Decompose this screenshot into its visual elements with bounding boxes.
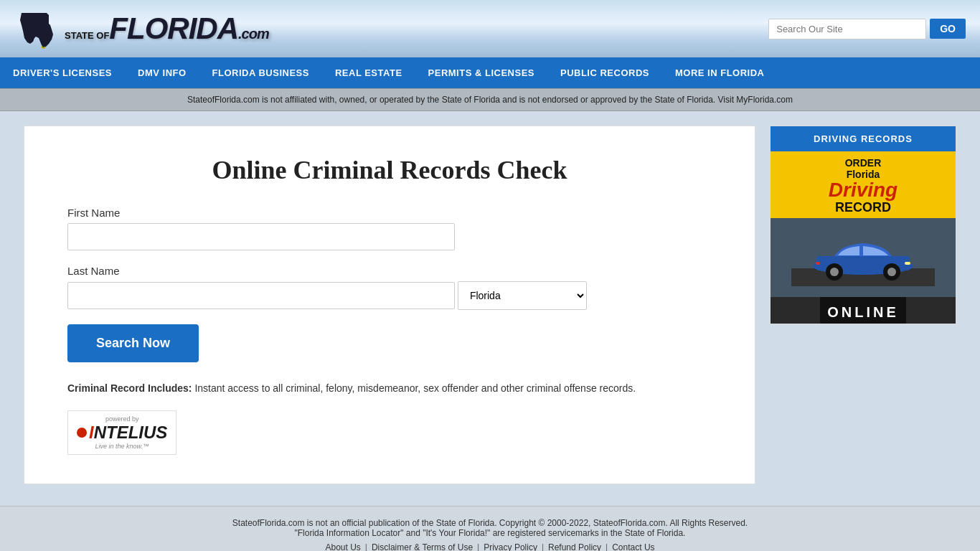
criminal-record-bold: Criminal Record Includes: [67, 382, 192, 394]
intelius-logo: powered by I NTELIUS Live in the know.™ [67, 410, 712, 455]
footer-link-refund-policy[interactable]: Refund Policy [548, 542, 601, 551]
site-logo-text[interactable]: STATE OF FLORIDA .com [65, 11, 269, 46]
footer-link-disclaimer-terms[interactable]: Disclaimer & Terms of Use [372, 542, 473, 551]
search-now-button[interactable]: Search Now [67, 324, 199, 362]
footer-pipe: | [606, 542, 608, 551]
footer-pipe: | [477, 542, 479, 551]
driving-records-box: DRIVING RECORDS ORDER Florida Driving RE… [770, 126, 956, 324]
order-text: ORDER [771, 157, 956, 169]
first-name-input[interactable] [67, 223, 455, 250]
record-label: RECORD [771, 200, 956, 215]
footer-link-privacy-policy[interactable]: Privacy Policy [484, 542, 537, 551]
page-title: Online Criminal Records Check [67, 155, 712, 185]
main-content: Online Criminal Records Check First Name… [9, 111, 971, 499]
criminal-record-text: Instant access to all criminal, felony, … [194, 382, 636, 394]
disclaimer-text: StateofFlorida.com is not affiliated wit… [187, 95, 793, 105]
footer-pipe: | [365, 542, 367, 551]
nav-item-florida-business[interactable]: FLORIDA BUSINESS [199, 57, 322, 88]
florida-map-icon [14, 9, 57, 49]
footer-pipe: | [542, 542, 544, 551]
nav-item-more-in-florida[interactable]: MORE IN FLORIDA [662, 57, 778, 88]
footer-link-contact-us[interactable]: Contact Us [612, 542, 654, 551]
driving-records-image[interactable]: ORDER Florida Driving RECORD [771, 151, 956, 324]
nav-item-public-records[interactable]: PUBLIC RECORDS [547, 57, 662, 88]
search-go-button[interactable]: GO [930, 19, 966, 39]
first-name-label: First Name [67, 207, 712, 219]
header: STATE OF FLORIDA .com GO [0, 0, 980, 57]
svg-point-7 [887, 268, 896, 276]
driving-label: Driving [771, 180, 956, 200]
last-name-input[interactable] [67, 282, 455, 309]
driving-records-header: DRIVING RECORDS [771, 126, 956, 151]
logo-area: STATE OF FLORIDA .com [14, 9, 269, 49]
svg-rect-8 [905, 262, 910, 265]
nav-item-permits-licenses[interactable]: PERMITS & LICENSES [415, 57, 547, 88]
footer-line2: "Florida Information Locator" and "It's … [14, 528, 966, 538]
nav-item-dmv-info[interactable]: DMV INFO [125, 57, 199, 88]
state-select[interactable]: FloridaAlabamaAlaskaArizonaArkansasCalif… [458, 281, 587, 310]
sidebar: DRIVING RECORDS ORDER Florida Driving RE… [770, 126, 956, 484]
footer-line1: StateofFlorida.com is not an official pu… [14, 518, 966, 528]
nav-item-drivers-licenses[interactable]: DRIVER'S LICENSES [0, 57, 125, 88]
last-name-label: Last Name [67, 265, 712, 277]
nav-item-real-estate[interactable]: REAL ESTATE [322, 57, 415, 88]
main-nav: DRIVER'S LICENSESDMV INFOFLORIDA BUSINES… [0, 57, 980, 88]
disclaimer-bar: StateofFlorida.com is not affiliated wit… [0, 88, 980, 111]
criminal-record-description: Criminal Record Includes: Instant access… [67, 380, 712, 396]
online-label: ONLINE [820, 297, 906, 324]
svg-rect-9 [816, 262, 820, 265]
form-panel: Online Criminal Records Check First Name… [24, 126, 755, 484]
svg-point-5 [830, 268, 839, 276]
car-image [791, 229, 935, 286]
search-area: GO [768, 19, 966, 39]
footer-links: About Us|Disclaimer & Terms of Use|Priva… [14, 542, 966, 551]
footer: StateofFlorida.com is not an official pu… [0, 506, 980, 551]
search-input[interactable] [768, 19, 926, 39]
footer-link-about-us[interactable]: About Us [325, 542, 360, 551]
